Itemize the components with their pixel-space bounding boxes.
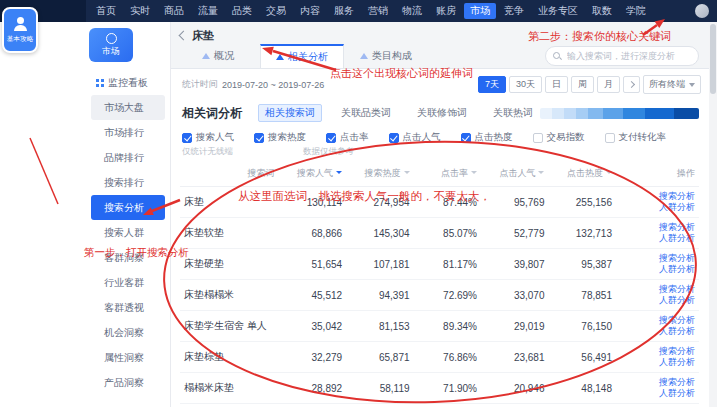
nav-item[interactable]: 首页 (90, 3, 122, 19)
page-tab[interactable]: 类目构成 (344, 44, 428, 68)
nav-item[interactable]: 实时 (124, 3, 156, 19)
search-analysis-link[interactable]: 搜索分析 (620, 315, 695, 326)
checkbox-icon (461, 133, 471, 143)
crowd-analysis-link[interactable]: 人群分析 (620, 357, 695, 368)
sidebar-item-label: 客群洞察 (104, 245, 144, 270)
nav-item[interactable]: 商品 (158, 3, 190, 19)
nav-item[interactable]: 账房 (430, 3, 462, 19)
page-tab-label: 类目构成 (372, 49, 412, 63)
sidebar-item[interactable]: 客群透视 (86, 295, 170, 320)
scrollbar-track[interactable] (709, 22, 717, 407)
table-row: 床垫学生宿舍 单人 35,042 81,153 89.34% 29,019 76… (180, 311, 699, 342)
column-header[interactable]: 操作 (616, 161, 699, 187)
terminal-dropdown[interactable]: 所有终端 (643, 75, 701, 94)
nav-item[interactable]: 营销 (362, 3, 394, 19)
metric-checkbox[interactable]: 支付转化率 (605, 131, 667, 144)
word-type-tab[interactable]: 关联修饰词 (410, 104, 474, 122)
actions-cell: 搜索分析 人群分析 (616, 280, 699, 311)
column-header[interactable]: 搜索热度 (346, 161, 413, 187)
word-type-tab[interactable]: 关联热词 (486, 104, 540, 122)
nav-item[interactable]: 交易 (260, 3, 292, 19)
nav-item[interactable]: 流量 (192, 3, 224, 19)
next-period-button[interactable] (623, 76, 640, 93)
metric-checkbox[interactable]: 搜索热度 (254, 131, 306, 144)
period-button[interactable]: 日 (545, 76, 568, 93)
metric-checkbox[interactable]: 点击率 (326, 131, 369, 144)
sidebar-item[interactable]: 监控看板 (86, 70, 170, 95)
period-button[interactable]: 周 (571, 76, 594, 93)
word-type-tab[interactable]: 相关搜索词 (258, 104, 322, 122)
content-panel: 统计时间 2019-07-20 ~ 2019-07-26 7天30天日周月 所有… (170, 68, 709, 407)
module-badge-market[interactable]: 市场 (89, 28, 133, 62)
sidebar-item[interactable]: 机会洞察 (86, 320, 170, 345)
sidebar-item[interactable]: 市场排行 (86, 120, 170, 145)
nav-item[interactable]: 内容 (294, 3, 326, 19)
word-type-tab[interactable]: 关联品类词 (334, 104, 398, 122)
actions-cell: 搜索分析 人群分析 (616, 187, 699, 218)
nav-item[interactable]: 业务专区 (532, 3, 584, 19)
metric-label: 支付转化率 (619, 131, 667, 144)
sidebar-item[interactable]: 搜索人群 (86, 220, 170, 245)
click-heat-cell: 48,148 (548, 373, 615, 404)
tab-flag-icon (202, 53, 210, 59)
column-header[interactable]: 点击热度 (548, 161, 615, 187)
period-button[interactable]: 月 (597, 76, 620, 93)
period-button[interactable]: 7天 (478, 76, 506, 93)
level-bar-segment (603, 108, 623, 119)
sidebar-item[interactable]: 市场大盘 (91, 95, 165, 120)
page-tab[interactable]: 概况 (176, 44, 260, 68)
sidebar-item[interactable]: 品牌排行 (86, 145, 170, 170)
search-analysis-link[interactable]: 搜索分析 (620, 191, 695, 202)
sidebar: 市场 监控看板 市场大盘 市场排行 (86, 22, 171, 407)
search-analysis-link[interactable]: 搜索分析 (620, 284, 695, 295)
search-analysis-link[interactable]: 搜索分析 (620, 222, 695, 233)
metric-checkbox[interactable]: 点击热度 (461, 131, 513, 144)
page-tab[interactable]: 相关分析 (260, 44, 344, 68)
nav-item[interactable]: 物流 (396, 3, 428, 19)
search-analysis-link[interactable]: 搜索分析 (620, 346, 695, 357)
table-row: 床垫榻榻米 45,512 94,391 72.69% 33,070 78,851… (180, 280, 699, 311)
search-heat-cell: 58,119 (346, 373, 413, 404)
sidebar-item[interactable]: 产品洞察 (86, 370, 170, 395)
search-analysis-link[interactable]: 搜索分析 (620, 377, 695, 388)
crowd-analysis-link[interactable]: 人群分析 (620, 295, 695, 306)
search-input[interactable] (565, 50, 689, 62)
crowd-analysis-link[interactable]: 人群分析 (620, 264, 695, 275)
crowd-analysis-link[interactable]: 人群分析 (620, 388, 695, 399)
column-header[interactable]: 搜索词 (180, 161, 279, 187)
nav-item[interactable]: 服务 (328, 3, 360, 19)
related-words-table: 搜索词搜索人气搜索热度点击率点击人气点击热度操作 床垫 130,114 274,… (180, 161, 699, 407)
annotation-line-left (30, 138, 58, 204)
sidebar-item-label: 搜索排行 (104, 170, 144, 195)
period-button[interactable]: 30天 (509, 76, 542, 93)
crowd-analysis-link[interactable]: 人群分析 (620, 326, 695, 337)
column-header[interactable]: 点击率 (414, 161, 481, 187)
nav-item[interactable]: 取数 (586, 3, 618, 19)
crowd-analysis-link[interactable]: 人群分析 (620, 233, 695, 244)
column-header[interactable]: 点击人气 (481, 161, 548, 187)
search-analysis-link[interactable]: 搜索分析 (620, 253, 695, 264)
user-avatar[interactable] (695, 4, 709, 18)
nav-item[interactable]: 学院 (620, 3, 652, 19)
sidebar-item[interactable]: 客群洞察 (86, 245, 170, 270)
column-header[interactable]: 搜索人气 (279, 161, 346, 187)
metric-checkbox[interactable]: 搜索人气 (182, 131, 234, 144)
metric-checkbox[interactable]: 点击人气 (389, 131, 441, 144)
nav-item[interactable]: 竞争 (498, 3, 530, 19)
crowd-analysis-link[interactable]: 人群分析 (620, 202, 695, 213)
stats-row: 统计时间 2019-07-20 ~ 2019-07-26 7天30天日周月 所有… (170, 69, 709, 98)
sidebar-item[interactable]: 搜索排行 (86, 170, 170, 195)
nav-item[interactable]: 市场 (464, 3, 496, 19)
sidebar-item[interactable]: 属性洞察 (86, 345, 170, 370)
back-icon[interactable] (179, 30, 189, 40)
nav-item[interactable]: 品类 (226, 3, 258, 19)
stat-time-label: 统计时间 (182, 78, 218, 91)
sidebar-item[interactable]: 搜索分析 (91, 195, 165, 220)
tab-flag-icon (276, 54, 284, 60)
scrollbar-thumb[interactable] (710, 24, 716, 94)
module-label: 市场 (102, 45, 120, 58)
contact-badge[interactable]: 基本攻略 (2, 7, 38, 53)
sidebar-item[interactable]: 行业客群 (86, 270, 170, 295)
metric-checkbox[interactable]: 交易指数 (533, 131, 585, 144)
checkbox-icon (389, 133, 399, 143)
